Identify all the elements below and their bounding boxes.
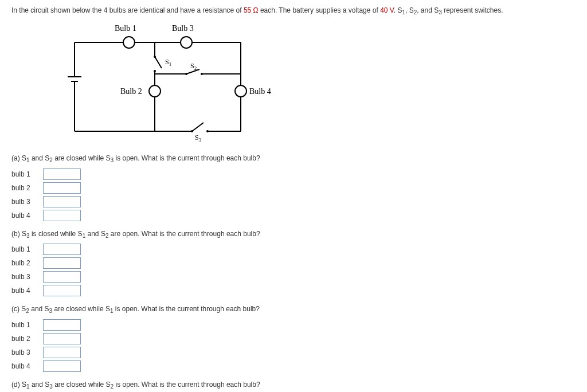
question-text: and S [85, 230, 105, 238]
intro-text: , S [405, 6, 414, 14]
intro-text: each. The battery supplies a voltage of [259, 6, 381, 14]
question-text: (c) S [11, 305, 26, 313]
question-text: is closed while S [30, 230, 83, 238]
bulb1-label: Bulb 1 [115, 24, 136, 33]
bulb-label: bulb 4 [11, 211, 43, 219]
intro-text: In the circuit shown below the 4 bulbs a… [11, 6, 244, 14]
svg-point-22 [185, 73, 187, 75]
bulb-label: bulb 2 [11, 335, 43, 343]
question-text: and S [30, 154, 50, 162]
svg-point-15 [154, 56, 156, 58]
question-text: and S [29, 305, 49, 313]
voltage-value: 40 V [380, 6, 394, 14]
bulb1-input-a[interactable] [43, 168, 81, 180]
question-text: are open. What is the current through ea… [108, 230, 260, 238]
bulb-label: bulb 4 [11, 287, 43, 295]
question-text: (b) S [11, 230, 26, 238]
bulb2-input-b[interactable] [43, 257, 81, 269]
bulb-label: bulb 2 [11, 259, 43, 267]
circuit-diagram: Bulb 1 Bulb 3 Bulb 4 S1 Bulb 2 S2 [57, 22, 576, 143]
bulb3-input-a[interactable] [43, 196, 81, 207]
question-text: are closed while S [53, 381, 111, 389]
svg-point-7 [181, 37, 192, 48]
bulb4-input-a[interactable] [43, 210, 81, 221]
bulb4-input-c[interactable] [43, 360, 81, 372]
intro-text: . S [394, 6, 402, 14]
question-text: (d) S [11, 381, 26, 389]
bulb-label: bulb 4 [11, 362, 43, 370]
resistance-value: 55 Ω [244, 6, 259, 14]
bulb2-label: Bulb 2 [120, 87, 142, 96]
bulb-label: bulb 1 [11, 245, 43, 253]
bulb-label: bulb 1 [11, 321, 43, 329]
svg-point-29 [206, 130, 209, 132]
s2-label: S2 [190, 62, 197, 71]
question-text: is open. What is the current through eac… [114, 381, 260, 389]
bulb-label: bulb 1 [11, 170, 43, 178]
bulb2-input-c[interactable] [43, 333, 81, 344]
problem-intro: In the circuit shown below the 4 bulbs a… [11, 6, 576, 17]
bulb4-input-b[interactable] [43, 285, 81, 296]
svg-point-23 [201, 73, 203, 75]
bulb4-label: Bulb 4 [249, 87, 271, 96]
bulb3-label: Bulb 3 [172, 24, 194, 33]
bulb1-input-c[interactable] [43, 319, 81, 331]
question-text: are closed while S [53, 154, 111, 162]
bulb-label: bulb 3 [11, 348, 43, 356]
intro-text: , and S [417, 6, 439, 14]
question-d: (d) S1 and S3 are closed while S2 is ope… [11, 381, 576, 390]
svg-line-20 [186, 69, 199, 74]
svg-point-28 [191, 130, 193, 132]
bulb-label: bulb 2 [11, 184, 43, 192]
question-a: (a) S1 and S2 are closed while S3 is ope… [11, 154, 576, 163]
bulb2-input-a[interactable] [43, 182, 81, 194]
bulb-label: bulb 3 [11, 198, 43, 206]
question-text: are closed while S [52, 305, 110, 313]
question-c: (c) S2 and S3 are closed while S1 is ope… [11, 305, 576, 314]
svg-line-13 [155, 57, 162, 68]
svg-point-10 [235, 85, 246, 97]
question-b: (b) S3 is closed while S1 and S2 are ope… [11, 230, 576, 239]
bulb1-input-b[interactable] [43, 244, 81, 255]
bulb-label: bulb 3 [11, 273, 43, 281]
s1-label: S1 [165, 58, 171, 67]
intro-text: represent switches. [442, 6, 503, 14]
question-text: is open. What is the current through eac… [113, 305, 260, 313]
question-text: and S [30, 381, 50, 389]
svg-point-16 [154, 70, 156, 72]
bulb3-input-c[interactable] [43, 347, 81, 358]
svg-point-5 [123, 37, 135, 48]
svg-point-17 [149, 85, 161, 97]
bulb3-input-b[interactable] [43, 271, 81, 283]
s3-label: S3 [195, 134, 202, 143]
question-text: is open. What is the current through eac… [114, 154, 260, 162]
svg-line-26 [192, 123, 204, 131]
question-text: (a) S [11, 154, 26, 162]
